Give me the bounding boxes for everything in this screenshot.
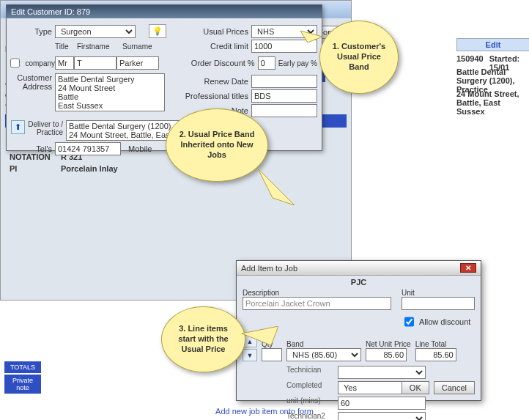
band-select[interactable]: NHS (85.60)	[286, 348, 361, 361]
net-unit-input[interactable]	[366, 348, 407, 361]
title-input[interactable]	[55, 56, 74, 70]
lightbulb-icon[interactable]: 💡	[149, 24, 166, 38]
usual-prices-label: Usual Prices	[166, 27, 251, 36]
unit-mins-label: unit (mins)	[286, 397, 338, 410]
firstname-input[interactable]	[74, 56, 116, 70]
surname-input[interactable]	[116, 56, 159, 70]
title-label: Title	[55, 43, 77, 51]
order-discount-input[interactable]	[258, 56, 275, 70]
mobile-label: Mobile	[128, 144, 155, 153]
unit-input	[402, 297, 475, 310]
desc-input	[243, 297, 391, 310]
completed-label: Completed	[286, 381, 338, 394]
allow-discount-label: Allow discount	[419, 317, 470, 326]
company-label: company	[25, 59, 55, 67]
deliver-label: Deliver to / Practice	[28, 120, 66, 136]
type-label: Type	[11, 27, 55, 36]
company-checkbox[interactable]	[10, 56, 20, 70]
technician-label: Technician	[286, 366, 338, 379]
callout-3-tail	[242, 326, 278, 348]
net-unit-label: Net Unit Price	[366, 340, 411, 348]
prof-titles-label: Professional titles	[165, 92, 251, 100]
band-label: Band	[286, 340, 361, 348]
technician2-select[interactable]	[338, 412, 426, 420]
renew-date-label: Renew Date	[165, 77, 251, 86]
state-value: Edit	[462, 40, 525, 49]
renew-date-input[interactable]	[251, 75, 317, 88]
line-total-label: Line Total	[415, 340, 456, 348]
unit-label: Unit	[402, 289, 475, 297]
ok-button[interactable]: OK	[402, 381, 429, 394]
firstname-label: Firstname	[77, 43, 122, 51]
unit-mins-input[interactable]	[338, 397, 426, 410]
tels-input[interactable]	[55, 142, 121, 155]
technician2-label: Technician2	[286, 412, 338, 420]
callout-3: 3. Line items start with the Usual Price	[161, 306, 245, 372]
totals-label: TOTALS	[4, 361, 41, 373]
private-note[interactable]: Private note	[4, 375, 41, 394]
edit-customer-title: Edit Customer ID: 879	[7, 5, 322, 18]
close-icon[interactable]: ✕	[460, 263, 476, 273]
cancel-button[interactable]: Cancel	[434, 381, 475, 394]
prof-titles-input[interactable]	[251, 89, 317, 103]
address-label: Customer Address	[11, 73, 55, 91]
delv-addr: 24 Mount Street, Battle, East Sussex	[456, 89, 529, 116]
callout-1-tail	[300, 28, 322, 45]
tels-label: Tel's	[11, 144, 55, 153]
allow-discount-checkbox[interactable]	[404, 315, 414, 328]
early-pay-label: Early pay %	[278, 59, 317, 67]
order-discount-label: Order Discount %	[159, 59, 258, 67]
type-select[interactable]: Surgeon	[55, 25, 136, 38]
edit-customer-window: Edit Customer ID: 879 Type Surgeon 💡 Usu…	[6, 4, 322, 151]
qty-input[interactable]	[262, 348, 282, 361]
line-total-input	[415, 348, 456, 361]
credit-limit-label: Credit limit	[168, 42, 251, 51]
qty-down-icon[interactable]: ▼	[243, 349, 257, 361]
callout-1: 1. Customer's Usual Price Band	[319, 21, 399, 94]
callout-2-tail	[258, 169, 295, 205]
surname-label: Surname	[122, 43, 168, 51]
callout-2: 2. Usual Price Band Inherited onto New J…	[166, 108, 268, 182]
arrow-up-icon[interactable]: ⬆	[11, 120, 25, 134]
technician-select[interactable]	[338, 366, 426, 379]
note-input[interactable]	[251, 104, 317, 117]
address-input[interactable]: Battle Dental Surgery 24 Mount Street Ba…	[55, 73, 165, 111]
desc-label: Description	[243, 289, 391, 297]
item-code: PJC	[237, 276, 481, 289]
add-item-title: Add Item to Job	[241, 264, 297, 273]
